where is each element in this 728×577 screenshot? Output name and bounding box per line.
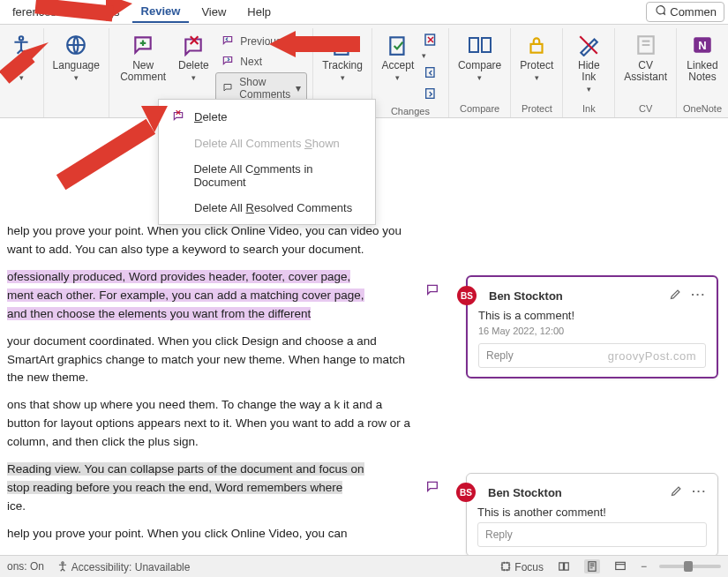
accessibility-button[interactable]: ity ▾: [1, 30, 41, 84]
next-comment-button[interactable]: Next: [215, 52, 267, 71]
chevron-down-icon: ▾: [477, 73, 482, 82]
comment-timestamp: 16 May 2022, 12:00: [478, 326, 706, 336]
next-icon: [221, 54, 235, 69]
zoom-slider[interactable]: [659, 565, 721, 568]
comment-card[interactable]: BS Ben Stockton ··· This is another comm…: [466, 473, 718, 557]
accept-label: Accept: [382, 60, 415, 71]
svg-point-21: [62, 561, 64, 563]
read-mode-view-icon[interactable]: [556, 559, 572, 573]
tab-review[interactable]: Review: [132, 1, 190, 23]
web-layout-view-icon[interactable]: [612, 559, 628, 573]
previous-change-button[interactable]: [422, 65, 439, 81]
status-bar: ons: On Accessibility: Unavailable Focus…: [0, 555, 728, 577]
delete-menu-in-doc[interactable]: Delete All Comments in Document: [159, 156, 375, 195]
comment-reply-input[interactable]: Reply: [477, 522, 707, 547]
reply-placeholder: Reply: [486, 349, 514, 362]
cv-assistant-label: CV Assistant: [624, 60, 667, 83]
comment-anchor-icon[interactable]: [424, 479, 440, 496]
chevron-down-icon: ▾: [74, 73, 79, 82]
more-icon[interactable]: ···: [692, 484, 707, 500]
language-label: Language: [53, 60, 100, 71]
new-comment-icon: [130, 32, 156, 58]
more-icon[interactable]: ···: [691, 288, 706, 303]
delete-comment-button[interactable]: Delete ▾: [173, 30, 214, 104]
chevron-down-icon: ▾: [191, 73, 196, 82]
show-comments-label: Show Comments: [239, 76, 290, 101]
edit-comment-icon[interactable]: [669, 288, 682, 303]
tab-mailings[interactable]: Mailings: [69, 2, 129, 22]
comment-anchor-icon[interactable]: [424, 282, 440, 299]
accept-icon: [385, 32, 411, 58]
doc-paragraph: help you prove your point. When you clic…: [7, 525, 417, 543]
tracking-icon: [329, 32, 356, 58]
edit-comment-icon[interactable]: [670, 484, 683, 500]
cv-icon: [633, 32, 659, 58]
delete-menu-resolved[interactable]: Delete All Resolved Comments: [159, 195, 375, 221]
group-changes-label: Changes: [391, 104, 430, 118]
delete-menu-delete[interactable]: Delete: [159, 103, 375, 131]
accessibility-check-icon: [8, 32, 34, 58]
new-comment-label: New Comment: [118, 60, 168, 83]
group-ink-label: Ink: [582, 101, 596, 116]
status-left: ons: On: [7, 560, 44, 573]
svg-rect-9: [531, 44, 543, 53]
tab-view[interactable]: View: [192, 2, 235, 22]
svg-rect-22: [502, 562, 509, 569]
tab-references[interactable]: ferences: [4, 2, 65, 22]
delete-dropdown-menu: Delete Delete All Comments Shown Delete …: [158, 99, 376, 225]
cv-assistant-button: CV Assistant: [620, 30, 671, 85]
group-protect-label: Protect: [522, 101, 552, 116]
group-cv-label: CV: [639, 101, 652, 116]
comments-button-label: Commen: [670, 5, 717, 19]
reply-placeholder: Reply: [485, 528, 513, 541]
previous-label: Previous: [240, 35, 281, 48]
focus-mode-button[interactable]: Focus: [499, 560, 544, 573]
previous-comment-button[interactable]: Previous: [215, 32, 287, 50]
tracking-button[interactable]: Tracking ▾: [319, 30, 366, 84]
tracking-label: Tracking: [322, 60, 363, 71]
chevron-down-icon: ▾: [395, 73, 400, 82]
comment-reply-input[interactable]: Reply groovyPost.com: [478, 343, 706, 368]
next-label: Next: [240, 56, 262, 68]
next-change-button[interactable]: [422, 86, 439, 102]
print-layout-view-icon[interactable]: [584, 559, 600, 573]
chevron-down-icon: ▾: [19, 73, 24, 82]
comments-button-top[interactable]: Commen: [646, 2, 724, 22]
protect-icon: [523, 32, 550, 58]
compare-label: Compare: [458, 60, 501, 71]
tab-help[interactable]: Help: [238, 2, 280, 22]
comment-card-active[interactable]: BS Ben Stockton ··· This is a comment! 1…: [466, 275, 718, 378]
chevron-down-icon: ▾: [535, 73, 539, 82]
comment-author: Ben Stockton: [488, 486, 663, 499]
svg-text:N: N: [698, 39, 706, 52]
svg-rect-3: [390, 37, 403, 55]
doc-paragraph: ons that show up where you need them. To…: [7, 396, 417, 452]
delete-comment-icon: [180, 32, 206, 58]
comment-body: This is another comment!: [477, 506, 707, 519]
language-button[interactable]: Language ▾: [49, 30, 103, 84]
status-accessibility[interactable]: Accessibility: Unavailable: [56, 560, 190, 573]
new-comment-button[interactable]: New Comment: [115, 30, 171, 104]
avatar: BS: [456, 483, 476, 502]
svg-point-0: [19, 36, 23, 40]
compare-button[interactable]: Compare ▾: [454, 30, 505, 84]
linked-notes-label: Linked Notes: [687, 60, 717, 83]
accessibility-label: ity: [16, 60, 26, 71]
protect-button[interactable]: Protect ▾: [516, 30, 557, 84]
accept-button[interactable]: Accept ▾: [378, 30, 418, 104]
hide-ink-button[interactable]: Hide Ink ▾: [568, 30, 609, 95]
chevron-down-icon: ▾: [341, 73, 345, 82]
delete-menu-shown: Delete All Comments Shown: [159, 131, 375, 156]
previous-icon: [221, 34, 235, 49]
group-onenote-label: OneNote: [683, 101, 722, 116]
linked-notes-button[interactable]: N Linked Notes: [682, 30, 723, 85]
hide-ink-icon: [575, 32, 602, 58]
tab-strip: ferences Mailings Review View Help Comme…: [0, 0, 728, 25]
doc-paragraph: your document coordinated. When you clic…: [7, 333, 417, 388]
reject-button[interactable]: ▾: [422, 32, 439, 60]
svg-rect-7: [469, 38, 478, 52]
chevron-down-icon: ▾: [296, 82, 301, 94]
doc-paragraph-highlighted: ofessionally produced, Word provides hea…: [7, 268, 417, 324]
zoom-out-button[interactable]: −: [641, 560, 647, 573]
svg-rect-8: [482, 38, 491, 52]
